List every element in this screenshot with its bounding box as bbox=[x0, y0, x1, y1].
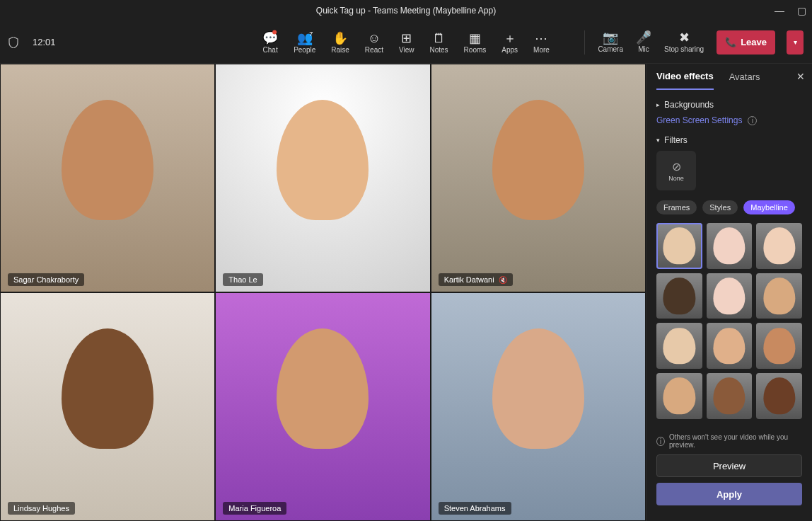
tab-avatars[interactable]: Avatars bbox=[729, 71, 760, 89]
filter-thumbnail[interactable] bbox=[656, 323, 702, 369]
filter-thumbnail[interactable] bbox=[707, 373, 753, 419]
more-button[interactable]: ⋯ More bbox=[533, 31, 550, 53]
divider bbox=[584, 30, 585, 55]
info-icon: i bbox=[656, 437, 665, 446]
green-screen-settings-link[interactable]: Green Screen Settings i bbox=[656, 115, 802, 125]
close-panel-icon[interactable]: ✕ bbox=[796, 71, 805, 82]
chat-notification-dot bbox=[272, 30, 277, 34]
participant-name-tag: Thao Le bbox=[223, 273, 262, 286]
apps-button[interactable]: ＋ Apps bbox=[501, 31, 518, 53]
filter-face-preview bbox=[763, 227, 795, 264]
leave-button[interactable]: 📞 Leave bbox=[717, 30, 775, 55]
filter-thumbnail[interactable] bbox=[656, 223, 702, 269]
filter-face-preview bbox=[663, 377, 695, 414]
view-button[interactable]: ⊞ View bbox=[399, 31, 414, 53]
panel-body: ▸ Backgrounds Green Screen Settings i ▾ … bbox=[646, 90, 812, 426]
notes-button[interactable]: 🗒 Notes bbox=[429, 31, 448, 53]
filter-thumbnail[interactable] bbox=[707, 323, 753, 369]
filter-thumbnail[interactable] bbox=[707, 223, 753, 269]
hangup-icon: 📞 bbox=[725, 37, 736, 47]
stop-sharing-icon: ✖ bbox=[679, 31, 690, 44]
minimize-icon[interactable]: — bbox=[775, 5, 784, 16]
participant-tile[interactable]: Kartik Datwani 🔇 bbox=[431, 64, 646, 292]
window-title: Quick Tag up - Teams Meeting (Maybelline… bbox=[316, 6, 496, 16]
pill-frames[interactable]: Frames bbox=[656, 200, 697, 214]
filter-face-preview bbox=[713, 328, 745, 365]
maximize-icon[interactable]: ▢ bbox=[797, 5, 806, 16]
stop-sharing-button[interactable]: ✖ Stop sharing bbox=[664, 31, 704, 53]
chevron-down-icon: ▾ bbox=[794, 38, 797, 46]
participant-name: Lindsay Hughes bbox=[13, 504, 69, 513]
mic-muted-icon: 🔇 bbox=[499, 276, 507, 284]
filter-none-option[interactable]: ⊘ None bbox=[656, 151, 696, 190]
chat-button[interactable]: 💬 Chat bbox=[262, 31, 278, 53]
none-icon: ⊘ bbox=[672, 160, 681, 173]
none-label: None bbox=[668, 175, 684, 182]
title-bar: Quick Tag up - Teams Meeting (Maybelline… bbox=[0, 0, 812, 21]
participant-tile[interactable]: Thao Le bbox=[215, 64, 430, 292]
filter-face-preview bbox=[713, 377, 745, 414]
apply-button[interactable]: Apply bbox=[656, 483, 802, 505]
preview-note: i Others won't see your video while you … bbox=[656, 433, 802, 449]
filter-thumbnail[interactable] bbox=[756, 373, 802, 419]
raise-hand-icon: ✋ bbox=[332, 31, 348, 44]
shield-icon[interactable] bbox=[8, 37, 23, 48]
filter-face-preview bbox=[763, 377, 795, 414]
participant-name: Kartik Datwani bbox=[444, 275, 494, 284]
filter-thumbnail[interactable] bbox=[656, 273, 702, 319]
react-icon: ☺ bbox=[368, 31, 381, 44]
participant-tile[interactable]: Sagar Chakraborty bbox=[0, 64, 215, 292]
people-count: 7 bbox=[309, 30, 313, 37]
pill-styles[interactable]: Styles bbox=[702, 200, 738, 214]
rooms-icon: ▦ bbox=[469, 31, 481, 44]
meeting-toolbar: 12:01 💬 Chat 👥 7 People ✋ Raise ☺ React … bbox=[0, 21, 812, 64]
apps-icon: ＋ bbox=[504, 31, 516, 44]
people-button[interactable]: 👥 7 People bbox=[294, 31, 315, 53]
notes-icon: 🗒 bbox=[433, 31, 446, 44]
more-icon: ⋯ bbox=[535, 31, 547, 44]
filter-thumbnail[interactable] bbox=[756, 223, 802, 269]
mic-button[interactable]: 🎤 Mic bbox=[636, 31, 651, 53]
participant-tile[interactable]: Lindsay Hughes bbox=[0, 292, 215, 521]
react-button[interactable]: ☺ React bbox=[365, 31, 383, 53]
section-filters-label: Filters bbox=[664, 135, 688, 145]
section-backgrounds[interactable]: ▸ Backgrounds bbox=[656, 100, 802, 110]
participant-name: Sagar Chakraborty bbox=[13, 275, 79, 284]
participant-name-tag: Maria Figueroa bbox=[223, 502, 286, 515]
filter-face-preview bbox=[663, 227, 695, 264]
info-icon[interactable]: i bbox=[748, 116, 757, 125]
pill-maybelline[interactable]: Maybelline bbox=[743, 200, 795, 214]
meeting-time: 12:01 bbox=[33, 37, 56, 47]
preview-button[interactable]: Preview bbox=[656, 454, 802, 477]
rooms-button[interactable]: ▦ Rooms bbox=[464, 31, 487, 53]
green-screen-label: Green Screen Settings bbox=[656, 115, 742, 125]
camera-button[interactable]: 📷 Camera bbox=[598, 31, 623, 53]
filter-thumbnail[interactable] bbox=[756, 323, 802, 369]
filter-thumbnail[interactable] bbox=[756, 273, 802, 319]
window-controls: — ▢ bbox=[775, 0, 806, 21]
chevron-right-icon: ▸ bbox=[656, 101, 660, 108]
filter-category-row: Frames Styles Maybelline bbox=[656, 200, 802, 214]
filter-face-preview bbox=[763, 277, 795, 314]
filter-thumbnail-grid bbox=[656, 223, 802, 419]
participant-tile[interactable]: Maria Figueroa bbox=[215, 292, 430, 521]
section-filters[interactable]: ▾ Filters bbox=[656, 135, 802, 145]
participant-name: Maria Figueroa bbox=[228, 504, 281, 513]
section-backgrounds-label: Backgrounds bbox=[664, 100, 714, 110]
chevron-down-icon: ▾ bbox=[656, 137, 660, 144]
filter-face-preview bbox=[663, 277, 695, 314]
filter-thumbnail[interactable] bbox=[707, 273, 753, 319]
filter-thumbnail[interactable] bbox=[656, 373, 702, 419]
participant-name-tag: Lindsay Hughes bbox=[8, 502, 75, 515]
mic-icon: 🎤 bbox=[636, 31, 651, 44]
participant-tile[interactable]: Steven Abrahams bbox=[431, 292, 646, 521]
video-effects-panel: Video effects Avatars ✕ ▸ Backgrounds Gr… bbox=[646, 64, 812, 521]
filter-face-preview bbox=[713, 277, 745, 314]
participant-name: Thao Le bbox=[228, 275, 257, 284]
panel-tabs: Video effects Avatars ✕ bbox=[646, 64, 812, 90]
raise-button[interactable]: ✋ Raise bbox=[331, 31, 349, 53]
camera-icon: 📷 bbox=[603, 31, 618, 44]
tab-video-effects[interactable]: Video effects bbox=[656, 71, 714, 90]
leave-options-button[interactable]: ▾ bbox=[787, 30, 804, 55]
filter-face-preview bbox=[713, 227, 745, 264]
